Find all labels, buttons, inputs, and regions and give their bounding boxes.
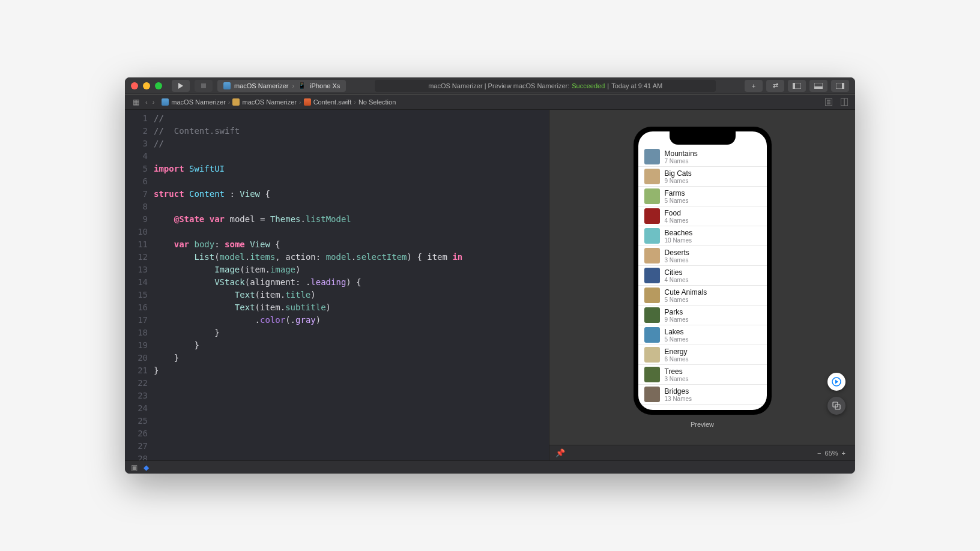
back-button[interactable]: ‹ xyxy=(145,98,148,106)
list-item[interactable]: Bridges13 Names xyxy=(638,385,767,405)
code-line[interactable] xyxy=(154,440,549,453)
zoom-window-button[interactable] xyxy=(155,82,162,89)
adjust-editor-button[interactable] xyxy=(838,97,850,107)
titlebar: macOS Namerizer › 📱 iPhone Xs macOS Name… xyxy=(125,77,855,94)
duplicate-preview-button[interactable] xyxy=(827,397,845,415)
minimap-button[interactable] xyxy=(823,97,835,107)
code-editor[interactable]: 1234567891011121314151617181920212223242… xyxy=(125,110,549,460)
line-number: 1 xyxy=(127,112,148,125)
code-review-button[interactable]: ⇄ xyxy=(766,80,784,92)
list-item[interactable]: Food4 Names xyxy=(638,206,767,226)
code-line[interactable]: Text(item.title) xyxy=(154,289,549,301)
code-body[interactable]: //// Content.swift//import SwiftUIstruct… xyxy=(154,110,549,460)
device-frame: Mountains7 NamesBig Cats9 NamesFarms5 Na… xyxy=(634,127,772,415)
list-item[interactable]: Big Cats9 Names xyxy=(638,167,767,187)
code-line[interactable]: VStack(alignment: .leading) { xyxy=(154,276,549,289)
code-line[interactable]: struct Content : View { xyxy=(154,188,549,200)
minimize-window-button[interactable] xyxy=(143,82,150,89)
live-preview-button[interactable] xyxy=(827,373,845,391)
close-window-button[interactable] xyxy=(131,82,138,89)
code-line[interactable]: } xyxy=(154,327,549,339)
list-item[interactable]: Cute Animals5 Names xyxy=(638,286,767,306)
list-item[interactable]: Energy6 Names xyxy=(638,345,767,365)
line-number: 17 xyxy=(127,314,148,327)
code-line[interactable]: // Content.swift xyxy=(154,125,549,137)
breadcrumb-item[interactable]: Content.swift xyxy=(304,98,352,106)
toggle-right-panel[interactable] xyxy=(831,80,849,92)
list-item-thumbnail xyxy=(644,367,660,382)
list-item[interactable]: Lakes5 Names xyxy=(638,325,767,345)
code-line[interactable] xyxy=(154,226,549,238)
code-line[interactable]: .color(.gray) xyxy=(154,314,549,327)
code-line[interactable] xyxy=(154,175,549,188)
breadcrumb-item[interactable]: No Selection xyxy=(358,98,396,106)
list-item-text: Energy6 Names xyxy=(665,348,689,363)
code-line[interactable]: Image(item.image) xyxy=(154,263,549,276)
code-line[interactable]: } xyxy=(154,339,549,352)
preview-canvas[interactable]: Mountains7 NamesBig Cats9 NamesFarms5 Na… xyxy=(549,110,855,445)
preview-controls xyxy=(827,373,845,415)
debug-bar-item[interactable]: ◆ xyxy=(144,463,149,472)
run-button[interactable] xyxy=(172,80,190,92)
scheme-app-label: macOS Namerizer xyxy=(234,82,288,89)
code-line[interactable]: var body: some View { xyxy=(154,238,549,251)
status-result: Succeeded xyxy=(572,82,605,89)
code-line[interactable]: } xyxy=(154,364,549,377)
status-time: Today at 9:41 AM xyxy=(611,82,662,89)
zoom-out-button[interactable]: − xyxy=(814,450,824,457)
file-icon xyxy=(304,98,311,106)
code-line[interactable] xyxy=(154,427,549,440)
code-line[interactable] xyxy=(154,453,549,460)
list-item-text: Cute Animals5 Names xyxy=(665,288,707,303)
code-line[interactable]: // xyxy=(154,137,549,150)
related-items-button[interactable]: ▦ xyxy=(130,97,142,107)
code-line[interactable]: Text(item.subtitle) xyxy=(154,301,549,314)
list-item[interactable]: Cities4 Names xyxy=(638,266,767,286)
forward-button[interactable]: › xyxy=(153,98,155,106)
swift-icon xyxy=(162,98,169,106)
toggle-left-panel[interactable] xyxy=(788,80,806,92)
list-item-text: Food4 Names xyxy=(665,209,689,224)
toggle-bottom-panel[interactable] xyxy=(809,80,827,92)
code-line[interactable]: import SwiftUI xyxy=(154,163,549,175)
list-item-title: Lakes xyxy=(665,328,689,336)
line-number: 18 xyxy=(127,327,148,339)
scheme-selector[interactable]: macOS Namerizer › 📱 iPhone Xs xyxy=(217,80,346,92)
list-item-subtitle: 5 Names xyxy=(665,297,707,303)
code-line[interactable] xyxy=(154,150,549,163)
library-button[interactable]: + xyxy=(745,80,763,92)
line-number: 16 xyxy=(127,301,148,314)
breakpoint-menu[interactable]: ▣ xyxy=(131,463,138,472)
breadcrumb-item[interactable]: macOS Namerizer xyxy=(232,98,296,106)
list-item[interactable]: Farms5 Names xyxy=(638,187,767,206)
code-line[interactable]: List(model.items, action: model.selectIt… xyxy=(154,251,549,263)
list-item-title: Trees xyxy=(665,367,689,376)
stop-button[interactable] xyxy=(195,80,213,92)
list-item[interactable]: Trees3 Names xyxy=(638,365,767,385)
breadcrumbs: macOS Namerizer›macOS Namerizer›Content.… xyxy=(162,98,396,106)
status-prefix: macOS Namerizer | Preview macOS Namerize… xyxy=(428,82,569,89)
list-item[interactable]: Mountains7 Names xyxy=(638,147,767,167)
code-line[interactable] xyxy=(154,377,549,390)
code-line[interactable]: } xyxy=(154,352,549,364)
code-line[interactable] xyxy=(154,390,549,402)
pin-button[interactable]: 📌 xyxy=(555,448,565,457)
code-line[interactable]: @State var model = Themes.listModel xyxy=(154,213,549,226)
list-item-thumbnail xyxy=(644,248,660,263)
svg-rect-2 xyxy=(793,83,795,89)
line-number: 23 xyxy=(127,390,148,402)
play-circle-icon xyxy=(832,377,841,387)
list-item[interactable]: Beaches10 Names xyxy=(638,226,767,246)
line-number: 8 xyxy=(127,200,148,213)
code-line[interactable]: // xyxy=(154,112,549,125)
code-line[interactable] xyxy=(154,415,549,427)
list-item[interactable]: Parks9 Names xyxy=(638,306,767,325)
list-item[interactable]: Deserts3 Names xyxy=(638,246,767,266)
chevron-right-icon: › xyxy=(228,98,231,106)
list-item-subtitle: 3 Names xyxy=(665,257,689,263)
device-screen: Mountains7 NamesBig Cats9 NamesFarms5 Na… xyxy=(638,131,767,410)
code-line[interactable] xyxy=(154,200,549,213)
zoom-in-button[interactable]: + xyxy=(838,450,849,457)
breadcrumb-item[interactable]: macOS Namerizer xyxy=(162,98,225,106)
code-line[interactable] xyxy=(154,402,549,415)
